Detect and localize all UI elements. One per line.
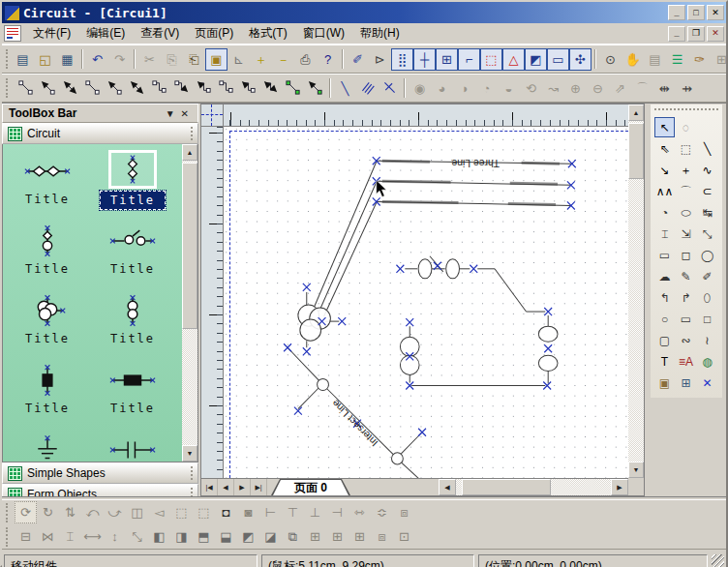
exclude-shapes-button[interactable]: ◩ — [237, 525, 259, 548]
combine-shapes-button[interactable]: ◪ — [259, 525, 282, 548]
delete-tool-button[interactable]: ✕ — [697, 373, 717, 393]
resize-grip-icon[interactable] — [712, 554, 724, 567]
round-callout-tool-button[interactable]: ◯ — [697, 245, 717, 265]
toolbox-section-circuit[interactable]: Circuit — [2, 123, 198, 144]
diagonal-dimension-tool-button[interactable]: ⤡ — [697, 224, 717, 244]
rounded-rect-tool-button[interactable]: ▢ — [654, 330, 675, 350]
scroll-right-icon[interactable]: ▶ — [611, 479, 628, 495]
circle-tool-button[interactable]: ○ — [654, 309, 675, 329]
toolbar-button[interactable] — [81, 49, 83, 69]
subtract-shapes-button[interactable]: ⬒ — [193, 525, 215, 548]
closed-curve-tool-button[interactable]: ∾ — [676, 330, 696, 350]
component-h-switch[interactable]: Title — [90, 220, 175, 289]
properties-button[interactable]: ▤ — [644, 48, 666, 71]
mirror-button[interactable]: ◫ — [126, 501, 148, 523]
grid-snap-medium-button[interactable]: ⊞ — [326, 525, 349, 548]
space-down-button[interactable]: ⇸ — [676, 77, 698, 100]
align-left-button[interactable]: ⊢ — [259, 501, 282, 523]
polyline-tool-button[interactable]: ∧∧ — [654, 181, 675, 201]
page-first-button[interactable]: |◀ — [201, 479, 218, 495]
close-button[interactable]: ✕ — [707, 5, 724, 20]
zoom-in-button[interactable]: ＋ — [250, 48, 272, 71]
v-dimension-tool-button[interactable]: ⌶ — [654, 224, 675, 244]
image-tool-button[interactable]: ▣ — [654, 373, 675, 393]
shape-intersect-button[interactable]: ◔ — [475, 77, 498, 100]
callout-tool-button[interactable]: ◻ — [676, 245, 696, 265]
snap-shape-button[interactable]: ◩ — [525, 48, 547, 71]
same-width-button[interactable]: ⇿ — [349, 501, 371, 523]
palette-grip[interactable] — [654, 108, 718, 114]
connector-arrow-start2-button[interactable] — [104, 77, 126, 100]
ruler-button[interactable]: ⊾ — [228, 48, 250, 71]
scrollbar-thumb[interactable] — [462, 479, 551, 495]
circuit-drawing[interactable]: Three LineIntersect Line — [224, 127, 628, 478]
connector-step-button[interactable] — [148, 77, 170, 100]
shrink-page-button[interactable]: ⊡ — [393, 525, 415, 548]
freehand-region-tool-button[interactable]: ✐ — [697, 266, 717, 286]
draw-parallel-lines-button[interactable] — [356, 77, 379, 100]
pattern-button[interactable]: ✣ — [569, 48, 592, 71]
show-grid-button[interactable]: ⣿ — [391, 48, 413, 71]
page-tab[interactable]: 页面 0 — [271, 479, 350, 495]
connector-arrow-both-button[interactable] — [59, 77, 81, 100]
h-dimension-tool-button[interactable]: ↹ — [697, 202, 717, 223]
rotate-angle-button[interactable]: ↻ — [37, 501, 59, 523]
menu-edit[interactable]: 编辑(E) — [78, 23, 133, 44]
connector-arrow-both2-button[interactable] — [126, 77, 148, 100]
toolbox-close-icon[interactable]: ✕ — [178, 108, 192, 119]
align-right-button[interactable]: ⊣ — [326, 501, 349, 523]
show-guides-button[interactable]: ┼ — [413, 48, 436, 71]
square-tool-button[interactable]: □ — [697, 309, 717, 329]
snap-vertex-button[interactable]: △ — [502, 48, 525, 71]
center-in-page-button[interactable]: ≎ — [371, 501, 393, 523]
component-v-resistor[interactable]: Title — [5, 359, 90, 429]
document-icon[interactable] — [4, 25, 21, 42]
grid-snap-small-button[interactable]: ⊞ — [304, 525, 326, 548]
arc-segment-button[interactable]: ⌒ — [631, 77, 653, 100]
flip-both-button[interactable]: ⇅ — [59, 501, 81, 523]
toolbar-grip[interactable] — [6, 78, 11, 98]
node-edit-tool-button[interactable]: ⬚ — [676, 138, 696, 159]
connector-green-handles2-button[interactable] — [304, 77, 326, 100]
doc-restore-button[interactable]: ❐ — [687, 26, 705, 42]
help-button[interactable]: ? — [317, 48, 339, 71]
connector-arrow-start-button[interactable] — [37, 77, 59, 100]
shape-exclude-button[interactable]: ◒ — [498, 77, 520, 100]
line-tool-button[interactable]: ╲ — [697, 138, 717, 159]
layers-button[interactable]: ☰ — [666, 48, 688, 71]
lock-button[interactable]: ◘ — [215, 501, 237, 523]
display-window-button[interactable]: ▣ — [205, 48, 228, 71]
page-next-button[interactable]: ▶ — [234, 479, 251, 495]
menu-window[interactable]: 窗口(W) — [295, 23, 352, 44]
freehand-pen-tool-button[interactable]: ✎ — [676, 266, 696, 286]
toolbar-grip[interactable] — [6, 503, 11, 522]
toolbox-menu-arrow-icon[interactable]: ▼ — [163, 108, 178, 119]
unlock-button[interactable]: ◙ — [237, 501, 259, 523]
menu-help[interactable]: 帮助(H) — [352, 23, 408, 44]
toolbox-scrollbar[interactable]: ▲ ▼ — [182, 144, 197, 462]
toolbar-button[interactable] — [134, 49, 136, 69]
scroll-up-icon[interactable]: ▲ — [182, 144, 197, 161]
doc-close-button[interactable]: ✕ — [707, 26, 724, 42]
pointer-shape-button[interactable]: ⊳ — [369, 48, 391, 71]
fit-size-button[interactable]: ⤡ — [126, 525, 148, 548]
rect-callout-tool-button[interactable]: ▭ — [654, 245, 675, 265]
component-h-resistor[interactable]: Title — [90, 359, 175, 429]
filled-ellipse-tool-button[interactable]: ⬯ — [697, 287, 717, 308]
undo-button[interactable]: ↶ — [86, 48, 108, 71]
component-capacitor[interactable] — [90, 429, 175, 462]
maximize-button[interactable]: □ — [687, 5, 705, 20]
flip-selection-button[interactable]: ↝ — [542, 77, 564, 100]
cloud-tool-button[interactable]: ☁ — [654, 266, 675, 286]
redo-button[interactable]: ↷ — [108, 48, 131, 71]
connector-curve-arrow-start-button[interactable] — [237, 77, 259, 100]
component-circle-cluster[interactable]: Title — [5, 289, 90, 359]
zoom-out-button[interactable]: － — [272, 48, 294, 71]
menu-file[interactable]: 文件(F) — [25, 23, 78, 44]
center-vertical-button[interactable]: ⊟ — [15, 525, 37, 548]
component-v-diamonds[interactable]: Title — [90, 150, 175, 220]
fit-to-page-button[interactable]: ⧈ — [393, 501, 415, 523]
area-select-tool-button[interactable]: ◌ — [676, 117, 696, 137]
scroll-down-icon[interactable]: ▼ — [182, 445, 197, 462]
connector-curve-arrow-both-button[interactable] — [259, 77, 282, 100]
